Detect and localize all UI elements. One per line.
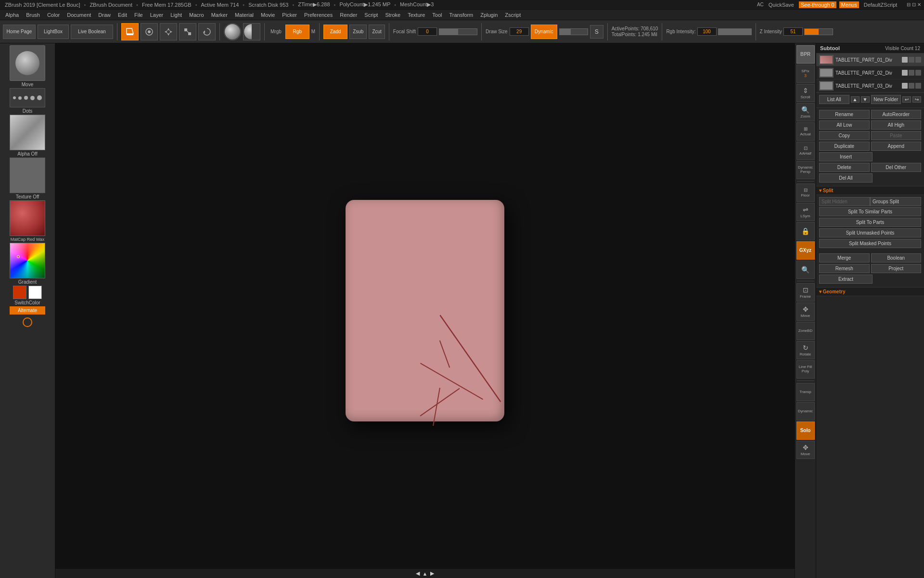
edit-icon-2[interactable] [915, 70, 921, 76]
edit-btn[interactable] [121, 23, 139, 40]
lock-icon-3[interactable] [909, 83, 914, 89]
draw-btn[interactable] [141, 23, 158, 40]
zsub-btn[interactable]: Zsub [349, 25, 367, 39]
primary-swatch[interactable] [13, 286, 26, 299]
menu-render[interactable]: Render [336, 11, 360, 19]
split-unmasked-btn[interactable]: Split Unmasked Points [819, 228, 921, 237]
menu-picker[interactable]: Picker [279, 11, 300, 19]
rename-btn[interactable]: Rename [819, 110, 870, 119]
all-low-btn[interactable]: All Low [819, 120, 870, 130]
half-sphere-icon[interactable] [243, 23, 260, 40]
actual-btn[interactable]: ⊞ Actual [796, 122, 815, 141]
insert-btn[interactable]: Insert [819, 152, 873, 161]
spix-btn[interactable]: SPix 3 [796, 65, 815, 83]
transp-btn[interactable]: Transp [796, 383, 815, 401]
menu-preferences[interactable]: Preferences [301, 11, 336, 19]
gxyz-btn[interactable]: GXyz [796, 241, 815, 260]
menu-brush[interactable]: Brush [23, 11, 43, 19]
menu-zscript[interactable]: Zscript [501, 11, 524, 19]
subtool-item-1[interactable]: TABLETTE_PART_01_Div [816, 53, 924, 66]
boolean-btn[interactable]: Boolean [871, 253, 922, 263]
new-folder-btn[interactable]: New Folder [871, 95, 901, 104]
quick-save-btn[interactable]: QuickSave [767, 1, 796, 8]
rgb-intensity-slider[interactable] [718, 28, 752, 35]
paste-btn[interactable]: Paste [871, 131, 922, 140]
bottom-up-arrow[interactable]: ▲ [423, 571, 428, 577]
menu-layer[interactable]: Layer [147, 11, 167, 19]
s-btn[interactable]: S [590, 25, 603, 39]
menu-movie[interactable]: Movie [257, 11, 278, 19]
scroll-btn[interactable]: ⇕ Scroll [796, 84, 815, 102]
tab-live-boolean[interactable]: Live Boolean [71, 25, 113, 39]
rotate-icon-btn[interactable]: ↻ Rotate [796, 341, 815, 359]
dynamic2-btn[interactable]: Dynamic [796, 402, 815, 420]
default-zscript[interactable]: DefaultZScript [862, 1, 899, 8]
del-other-btn[interactable]: Del Other [871, 163, 922, 172]
color-picker[interactable] [10, 243, 45, 278]
solo-btn[interactable]: Solo [796, 421, 815, 440]
menu-color[interactable]: Color [44, 11, 63, 19]
lock-btn[interactable]: 🔒 [796, 222, 815, 240]
menu-macro[interactable]: Macro [186, 11, 207, 19]
z-intensity-slider[interactable] [804, 28, 833, 35]
zonebd-btn[interactable]: ZoneBD [796, 322, 815, 340]
new-folder-arrow2[interactable]: ↪ [912, 96, 921, 103]
z-intensity-val[interactable]: 51 [783, 27, 803, 36]
zadd-btn[interactable]: Zadd [323, 25, 347, 39]
rgb-btn[interactable]: Rgb [285, 25, 309, 39]
window-controls[interactable]: ⊟ ⊡ ✕ [907, 2, 921, 7]
delete-btn[interactable]: Delete [819, 163, 870, 172]
focal-shift-val[interactable]: 0 [418, 27, 437, 36]
menu-stroke[interactable]: Stroke [382, 11, 404, 19]
stroke-preview[interactable] [10, 88, 45, 107]
m-label[interactable]: M [311, 29, 315, 34]
bottom-arrow-right[interactable]: ▶ [430, 570, 434, 577]
menu-edit[interactable]: Edit [115, 11, 130, 19]
floor-btn[interactable]: ⊟ Floor [796, 184, 815, 202]
tab-home-page[interactable]: Home Page [3, 25, 36, 39]
lock-icon-1[interactable] [909, 57, 914, 63]
del-all-btn[interactable]: Del All [819, 173, 873, 183]
menus-btn[interactable]: Menus [839, 1, 859, 8]
menu-texture[interactable]: Texture [404, 11, 428, 19]
duplicate-btn[interactable]: Duplicate [819, 142, 870, 151]
eye-icon-3[interactable] [902, 83, 908, 89]
new-folder-arrow[interactable]: ↩ [902, 96, 911, 103]
split-masked-btn[interactable]: Split Masked Points [819, 239, 921, 248]
edit-icon-1[interactable] [915, 57, 921, 63]
draw-size-val[interactable]: 29 [510, 27, 529, 36]
split-parts-btn[interactable]: Split To Parts [819, 218, 921, 227]
auto-reorder-btn[interactable]: AutoReorder [871, 110, 922, 119]
see-through[interactable]: See-through 0 [799, 1, 836, 8]
brush-preview[interactable] [10, 45, 45, 81]
all-high-btn[interactable]: All High [871, 120, 922, 130]
menu-script[interactable]: Script [361, 11, 381, 19]
linefill-btn[interactable]: Line FillPoly [796, 360, 815, 379]
mrgb-label[interactable]: Mrgb [269, 28, 283, 35]
menu-alpha[interactable]: Alpha [2, 11, 22, 19]
list-all-btn[interactable]: List All [819, 95, 849, 104]
lsym-btn[interactable]: ⇌ LSym [796, 203, 815, 221]
zcut-btn[interactable]: Zcut [369, 25, 385, 39]
scale-btn[interactable] [179, 23, 196, 40]
aahalf-btn[interactable]: ⊡ AAHalf [796, 142, 815, 160]
search-btn[interactable]: 🔍 [796, 261, 815, 279]
eye-icon-1[interactable] [902, 57, 908, 63]
rotate-btn[interactable] [198, 23, 216, 40]
menu-file[interactable]: File [131, 11, 146, 19]
texture-preview[interactable] [10, 158, 45, 193]
move-icon-btn[interactable]: ✥ Move [796, 302, 815, 321]
menu-zplugin[interactable]: Zplugin [477, 11, 501, 19]
move-btn[interactable] [160, 23, 177, 40]
split-similar-btn[interactable]: Split To Similar Parts [819, 207, 921, 216]
copy-btn[interactable]: Copy [819, 131, 870, 140]
extract-btn[interactable]: Extract [819, 275, 873, 284]
alpha-preview[interactable] [10, 115, 45, 150]
menu-draw[interactable]: Draw [95, 11, 114, 19]
bpr-btn[interactable]: BPR [796, 45, 815, 64]
menu-material[interactable]: Material [231, 11, 257, 19]
material-preview[interactable] [10, 200, 45, 236]
menu-light[interactable]: Light [167, 11, 185, 19]
list-all-arrow-up[interactable]: ▲ [851, 96, 860, 103]
lock-icon-2[interactable] [909, 70, 914, 76]
